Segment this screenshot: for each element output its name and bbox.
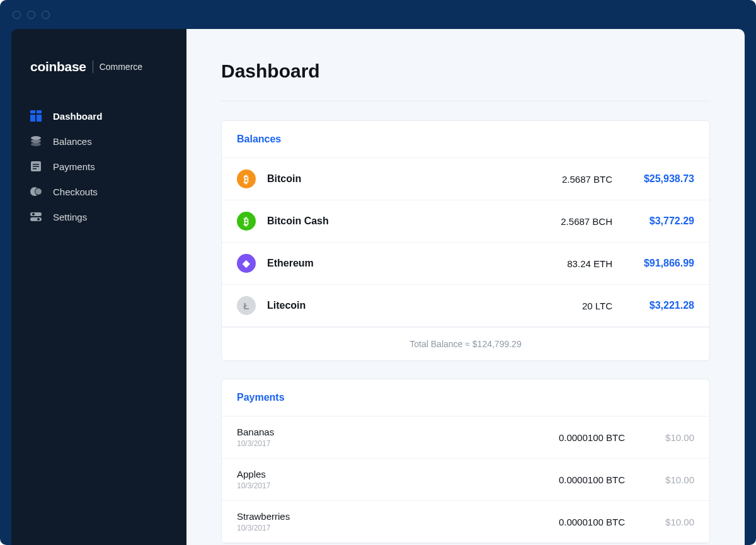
payment-row[interactable]: Bananas 10/3/2017 0.0000100 BTC $10.00 [222, 416, 709, 459]
balances-icon [30, 135, 42, 147]
balance-name: Bitcoin [267, 173, 505, 185]
sidebar-item-balances[interactable]: Balances [11, 129, 186, 154]
payment-name: Bananas [237, 427, 518, 437]
balances-card: Balances ₿ Bitcoin 2.5687 BTC $25,938.73… [221, 120, 710, 361]
payment-info: Apples 10/3/2017 [237, 469, 518, 490]
balance-usd: $91,866.99 [612, 258, 694, 269]
svg-rect-2 [30, 115, 35, 122]
brand-main: coinbase [30, 59, 86, 74]
main-content: Dashboard Balances ₿ Bitcoin 2.5687 BTC … [186, 29, 745, 545]
sidebar-item-label: Payments [53, 161, 95, 172]
svg-rect-10 [33, 168, 37, 169]
payments-card-header[interactable]: Payments [222, 379, 709, 416]
payment-info: Strawberries 10/3/2017 [237, 511, 518, 532]
app-shell: coinbase Commerce Dashboard [11, 29, 745, 545]
payment-amount: 0.0000100 BTC [518, 517, 625, 527]
balance-amount: 2.5687 BCH [505, 216, 612, 227]
balance-amount: 83.24 ETH [505, 258, 612, 269]
payment-date: 10/3/2017 [237, 524, 518, 532]
balances-card-header[interactable]: Balances [222, 121, 709, 158]
bitcoin-cash-icon: ₿ [237, 212, 256, 231]
balance-name: Litecoin [267, 300, 505, 311]
window-min-dot[interactable] [27, 11, 35, 19]
ethereum-icon: ◆ [237, 254, 256, 273]
payment-row[interactable]: Strawberries 10/3/2017 0.0000100 BTC $10… [222, 501, 709, 543]
settings-icon [30, 211, 42, 222]
payment-date: 10/3/2017 [237, 481, 518, 490]
svg-point-13 [35, 188, 42, 195]
svg-rect-3 [37, 115, 42, 122]
payment-date: 10/3/2017 [237, 439, 518, 448]
svg-rect-8 [33, 164, 39, 165]
total-balance: Total Balance ≈ $124,799.29 [222, 327, 709, 360]
sidebar-item-dashboard[interactable]: Dashboard [11, 103, 186, 129]
bitcoin-icon: ₿ [237, 169, 256, 188]
balance-amount: 20 LTC [505, 301, 612, 311]
litecoin-icon: Ł [237, 296, 256, 315]
sidebar-item-label: Dashboard [53, 111, 102, 122]
sidebar-item-checkouts[interactable]: Checkouts [11, 179, 186, 204]
payments-card: Payments Bananas 10/3/2017 0.0000100 BTC… [221, 379, 710, 544]
svg-point-6 [31, 142, 41, 146]
payment-info: Bananas 10/3/2017 [237, 427, 518, 448]
payment-name: Apples [237, 469, 518, 479]
window-close-dot[interactable] [13, 11, 21, 19]
sidebar-nav: Dashboard Balances [11, 103, 186, 229]
balance-name: Ethereum [267, 258, 505, 269]
svg-rect-1 [37, 110, 42, 113]
sidebar-item-settings[interactable]: Settings [11, 204, 186, 229]
browser-frame: coinbase Commerce Dashboard [0, 0, 756, 545]
svg-point-15 [32, 213, 35, 215]
sidebar: coinbase Commerce Dashboard [11, 29, 186, 545]
svg-rect-0 [30, 110, 35, 113]
brand-divider [93, 60, 93, 73]
sidebar-item-label: Balances [53, 136, 92, 147]
balance-usd: $3,772.29 [612, 215, 694, 227]
balance-usd: $3,221.28 [612, 300, 694, 311]
payment-usd: $10.00 [625, 432, 694, 443]
balance-row[interactable]: ₿ Bitcoin 2.5687 BTC $25,938.73 [222, 158, 709, 200]
balance-name: Bitcoin Cash [267, 215, 505, 227]
payment-amount: 0.0000100 BTC [518, 432, 625, 443]
svg-point-17 [37, 218, 40, 221]
svg-rect-9 [33, 166, 39, 168]
balance-row[interactable]: Ł Litecoin 20 LTC $3,221.28 [222, 285, 709, 327]
dashboard-icon [30, 110, 42, 122]
balance-row[interactable]: ◆ Ethereum 83.24 ETH $91,866.99 [222, 243, 709, 285]
page-title: Dashboard [221, 60, 710, 101]
balance-row[interactable]: ₿ Bitcoin Cash 2.5687 BCH $3,772.29 [222, 200, 709, 243]
window-max-dot[interactable] [42, 11, 50, 19]
sidebar-item-payments[interactable]: Payments [11, 154, 186, 179]
svg-rect-16 [30, 217, 42, 221]
sidebar-item-label: Checkouts [53, 186, 98, 197]
brand-logo[interactable]: coinbase Commerce [11, 59, 186, 74]
svg-rect-14 [30, 212, 42, 216]
payment-amount: 0.0000100 BTC [518, 474, 625, 485]
payment-usd: $10.00 [625, 474, 694, 485]
checkouts-icon [30, 186, 42, 197]
payment-row[interactable]: Apples 10/3/2017 0.0000100 BTC $10.00 [222, 459, 709, 501]
brand-sub: Commerce [100, 62, 142, 72]
window-titlebar [0, 0, 756, 29]
payment-usd: $10.00 [625, 517, 694, 527]
balance-amount: 2.5687 BTC [505, 174, 612, 185]
sidebar-item-label: Settings [53, 212, 87, 222]
payments-icon [30, 161, 42, 172]
balance-usd: $25,938.73 [612, 173, 694, 185]
payment-name: Strawberries [237, 511, 518, 522]
